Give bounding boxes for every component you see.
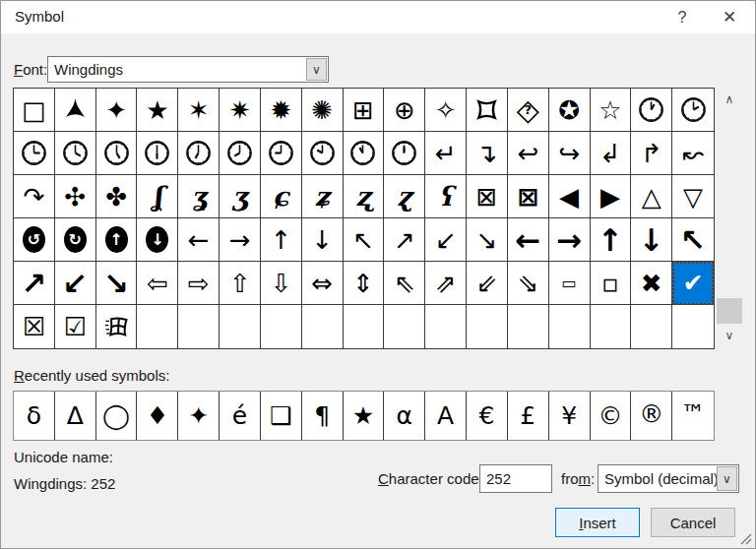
symbol-cell[interactable]: ✤ [96, 175, 138, 218]
recent-symbol-cell[interactable]: ♦ [137, 392, 178, 440]
symbol-cell[interactable]: ↷ [14, 175, 55, 218]
symbol-cell[interactable]: ☑ [55, 305, 96, 348]
close-button[interactable]: ✕ [708, 1, 751, 33]
symbol-cell[interactable]: ⇦ [137, 262, 178, 305]
symbol-cell[interactable] [14, 132, 55, 175]
symbol-cell[interactable]: ↓ [302, 218, 344, 262]
symbol-cell[interactable] [261, 132, 302, 175]
symbol-cell[interactable]: ← [178, 218, 220, 262]
symbol-cell[interactable]: △ [631, 175, 672, 218]
recent-symbol-cell[interactable]: ® [631, 392, 672, 440]
from-select[interactable]: Symbol (decimal) ∨ [598, 464, 739, 493]
recent-symbol-cell[interactable]: ™ [672, 392, 714, 440]
symbol-cell[interactable]: ◇? [508, 89, 549, 132]
symbol-cell[interactable] [55, 132, 96, 175]
symbol-cell[interactable]: ▶ [591, 175, 632, 218]
symbol-cell[interactable]: ⊠ [467, 175, 508, 218]
symbol-cell[interactable] [672, 89, 714, 132]
symbol-cell-empty[interactable] [302, 305, 344, 348]
symbol-cell[interactable]: ʕ [425, 175, 467, 218]
symbol-cell[interactable]: ☒ [14, 305, 55, 348]
symbol-cell[interactable] [384, 132, 425, 175]
symbol-cell[interactable]: ▽ [672, 175, 714, 218]
symbol-cell-empty[interactable] [549, 305, 591, 348]
symbol-cell[interactable]: ✖ [631, 262, 672, 305]
scroll-up-button[interactable]: ∧ [717, 88, 742, 111]
recent-symbol-cell[interactable]: A [425, 392, 467, 440]
recent-symbol-cell[interactable]: α [384, 392, 425, 440]
symbol-cell[interactable]: ⊞ [344, 89, 385, 132]
symbol-cell[interactable]: ⇧ [220, 262, 261, 305]
symbol-cell-empty[interactable] [672, 305, 714, 348]
symbol-cell[interactable]: ↻ [55, 218, 96, 262]
symbol-cell[interactable]: ⊠ [508, 175, 549, 218]
recent-symbol-cell[interactable]: ¥ [549, 392, 591, 440]
symbol-cell[interactable]: ʆ [137, 175, 178, 218]
symbol-cell[interactable]: ⇗ [425, 262, 467, 305]
symbol-cell[interactable]: ɀ [384, 175, 425, 218]
scroll-thumb[interactable] [717, 298, 742, 324]
symbol-cell[interactable] [467, 89, 508, 132]
symbol-cell[interactable]: ↓ [137, 218, 178, 262]
symbol-cell-empty[interactable] [220, 305, 261, 348]
symbol-cell[interactable] [96, 305, 138, 348]
symbol-cell[interactable]: ↙ [425, 218, 467, 262]
recent-symbol-cell[interactable]: é [220, 392, 261, 440]
symbol-cell[interactable]: ▫ [591, 262, 632, 305]
recent-symbol-cell[interactable]: ¶ [302, 392, 344, 440]
symbol-cell[interactable]: ↵ [425, 132, 467, 175]
symbol-cell-empty[interactable] [137, 305, 178, 348]
symbol-cell[interactable]: ✷ [220, 89, 261, 132]
symbol-cell[interactable]: ↩ [508, 132, 549, 175]
symbol-cell[interactable]: ↗ [384, 218, 425, 262]
symbol-cell[interactable]: ✶ [178, 89, 220, 132]
symbol-cell[interactable] [137, 132, 178, 175]
symbol-cell-selected[interactable]: ✔ [672, 262, 714, 305]
symbol-cell[interactable]: ⊕ [384, 89, 425, 132]
symbol-cell[interactable]: ↪ [549, 132, 591, 175]
symbol-cell[interactable]: ↜ [672, 132, 714, 175]
symbol-cell-empty[interactable] [178, 305, 220, 348]
symbol-cell[interactable]: ◀ [549, 175, 591, 218]
symbol-cell[interactable] [302, 132, 344, 175]
symbol-cell[interactable]: ☆ [591, 89, 632, 132]
symbol-cell[interactable]: ▭ [549, 262, 591, 305]
symbol-cell[interactable]: □ [14, 89, 55, 132]
recent-symbol-cell[interactable]: ❑ [261, 392, 302, 440]
symbol-cell[interactable]: ↴ [467, 132, 508, 175]
symbol-cell[interactable]: ⇘ [508, 262, 549, 305]
symbol-cell-empty[interactable] [344, 305, 385, 348]
recent-symbol-cell[interactable]: ✦ [178, 392, 220, 440]
symbol-cell[interactable]: ✧ [425, 89, 467, 132]
symbol-cell[interactable]: ↱ [631, 132, 672, 175]
symbol-cell[interactable]: ↑ [261, 218, 302, 262]
recent-symbol-cell[interactable]: Δ [55, 392, 96, 440]
symbol-cell[interactable] [178, 132, 220, 175]
symbol-cell[interactable]: ⇖ [384, 262, 425, 305]
recent-symbol-cell[interactable]: δ [14, 392, 55, 440]
symbol-cell-empty[interactable] [631, 305, 672, 348]
symbol-cell[interactable]: ✦ [96, 89, 138, 132]
symbol-cell[interactable] [631, 89, 672, 132]
font-select[interactable]: Wingdings ∨ [47, 56, 329, 83]
symbol-cell-empty[interactable] [467, 305, 508, 348]
symbol-cell[interactable]: ✺ [302, 89, 344, 132]
symbol-cell[interactable]: ʑ [302, 175, 344, 218]
symbol-cell[interactable]: ← [508, 218, 549, 262]
symbol-cell-empty[interactable] [508, 305, 549, 348]
symbol-cell[interactable]: ✪ [549, 89, 591, 132]
recent-symbol-cell[interactable]: ★ [344, 392, 385, 440]
symbol-cell[interactable]: ★ [137, 89, 178, 132]
recent-symbol-cell[interactable]: © [591, 392, 632, 440]
symbol-cell[interactable] [55, 89, 96, 132]
symbol-cell[interactable]: ⇙ [467, 262, 508, 305]
symbol-cell[interactable]: ↖ [672, 218, 714, 262]
symbol-cell[interactable]: ʐ [344, 175, 385, 218]
symbol-cell[interactable]: → [220, 218, 261, 262]
cancel-button[interactable]: Cancel [651, 508, 735, 537]
title-bar[interactable]: Symbol ? ✕ [1, 1, 755, 33]
from-dropdown-button[interactable]: ∨ [717, 466, 737, 491]
symbol-cell[interactable]: ʒ [220, 175, 261, 218]
symbol-cell-empty[interactable] [425, 305, 467, 348]
symbol-cell[interactable]: ↑ [96, 218, 138, 262]
